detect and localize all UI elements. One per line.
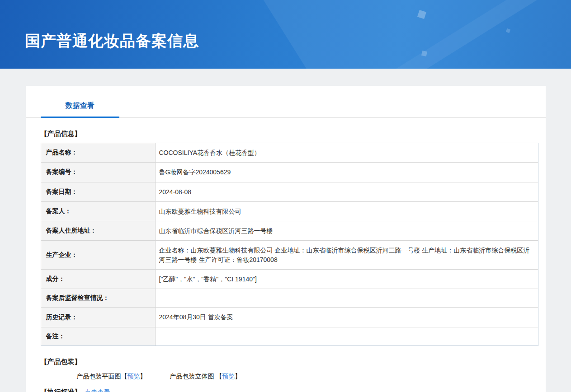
table-row: 产品名称： COCOSILIYA花香香水（桂花香型） xyxy=(41,143,538,163)
standard-line: 【执行标准】点击查看 xyxy=(41,388,546,392)
row-value xyxy=(156,289,538,307)
row-value: 山东省临沂市综合保税区沂河三路一号楼 xyxy=(156,221,538,240)
table-row: 生产企业： 企业名称：山东欧蔓雅生物科技有限公司 企业地址：山东省临沂市综合保税… xyxy=(41,241,538,270)
content-card: 数据查看 【产品信息】 产品名称： COCOSILIYA花香香水（桂花香型） 备… xyxy=(26,86,546,392)
packaging-flat-label-close: 】 xyxy=(140,373,146,380)
row-label: 生产企业： xyxy=(41,241,156,269)
packaging-line: 产品包装平面图【预览】 产品包装立体图 【预览】 xyxy=(41,373,546,381)
packaging-3d-label: 产品包装立体图 【 xyxy=(170,373,222,380)
tab-data-view[interactable]: 数据查看 xyxy=(41,98,119,118)
banner-decoration-square xyxy=(421,51,427,56)
table-row: 历史记录： 2024年08月30日 首次备案 xyxy=(41,308,538,327)
section-heading-product-info: 【产品信息】 xyxy=(41,130,546,138)
table-row: 备注： xyxy=(41,327,538,346)
packaging-flat-preview-link[interactable]: 预览 xyxy=(127,373,140,380)
table-row: 备案人： 山东欧蔓雅生物科技有限公司 xyxy=(41,202,538,221)
standard-label: 【执行标准】 xyxy=(41,388,81,392)
row-label: 备案日期： xyxy=(41,182,156,201)
row-label: 备案后监督检查情况： xyxy=(41,289,156,307)
row-value: ["乙醇"，"水"，"香精"，"CI 19140"] xyxy=(156,270,538,289)
table-row: 备案编号： 鲁G妆网备字2024005629 xyxy=(41,163,538,182)
row-label: 产品名称： xyxy=(41,143,156,162)
table-row: 备案人住所地址： 山东省临沂市综合保税区沂河三路一号楼 xyxy=(41,221,538,241)
row-value: COCOSILIYA花香香水（桂花香型） xyxy=(156,143,538,162)
row-value: 2024年08月30日 首次备案 xyxy=(156,308,538,327)
standard-view-link[interactable]: 点击查看 xyxy=(85,388,110,392)
product-info-table: 产品名称： COCOSILIYA花香香水（桂花香型） 备案编号： 鲁G妆网备字2… xyxy=(41,143,538,346)
page-banner: 国产普通化妆品备案信息 xyxy=(0,0,571,69)
row-label: 备案编号： xyxy=(41,163,156,182)
row-label: 备注： xyxy=(41,327,156,345)
row-value: 2024-08-08 xyxy=(156,182,538,201)
row-label: 历史记录： xyxy=(41,308,156,327)
row-label: 备案人： xyxy=(41,202,156,221)
row-value xyxy=(156,327,538,345)
table-row: 成分： ["乙醇"，"水"，"香精"，"CI 19140"] xyxy=(41,270,538,289)
packaging-flat-label: 产品包装平面图【 xyxy=(77,373,127,380)
row-label: 成分： xyxy=(41,270,156,289)
table-row: 备案后监督检查情况： xyxy=(41,289,538,308)
row-label: 备案人住所地址： xyxy=(41,221,156,240)
tab-bar: 数据查看 xyxy=(26,86,546,118)
row-value: 山东欧蔓雅生物科技有限公司 xyxy=(156,202,538,221)
row-value: 企业名称：山东欧蔓雅生物科技有限公司 企业地址：山东省临沂市综合保税区沂河三路一… xyxy=(156,241,538,269)
packaging-3d-preview-link[interactable]: 预览 xyxy=(222,373,235,380)
packaging-item-3d: 产品包装立体图 【预览】 xyxy=(170,373,241,380)
table-row: 备案日期： 2024-08-08 xyxy=(41,182,538,202)
page-title: 国产普通化妆品备案信息 xyxy=(25,31,199,51)
section-heading-packaging: 【产品包装】 xyxy=(41,358,546,366)
packaging-3d-label-close: 】 xyxy=(235,373,241,380)
row-value: 鲁G妆网备字2024005629 xyxy=(156,163,538,182)
page-body: 数据查看 【产品信息】 产品名称： COCOSILIYA花香香水（桂花香型） 备… xyxy=(0,69,571,392)
packaging-item-flat: 产品包装平面图【预览】 xyxy=(77,373,146,380)
